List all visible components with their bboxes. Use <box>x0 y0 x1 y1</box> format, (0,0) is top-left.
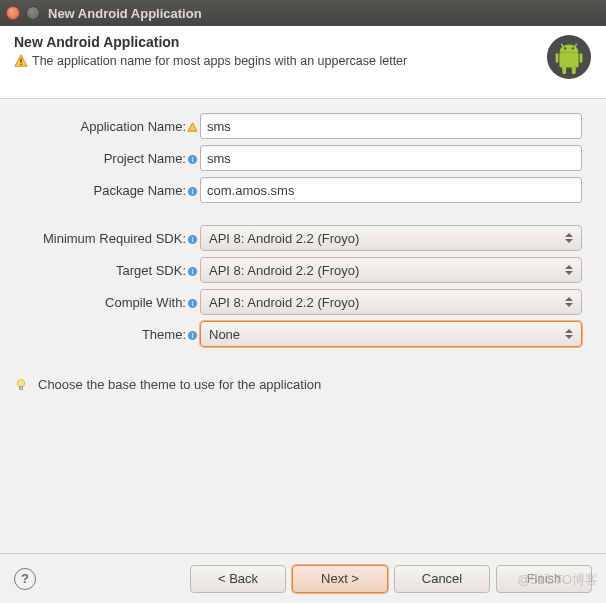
svg-point-10 <box>564 47 566 49</box>
compile-with-combo[interactable]: API 8: Android 2.2 (Froyo) <box>200 289 582 315</box>
finish-button[interactable]: Finish <box>496 565 592 593</box>
back-button[interactable]: < Back <box>190 565 286 593</box>
theme-combo[interactable]: None <box>200 321 582 347</box>
next-button[interactable]: Next > <box>292 565 388 593</box>
compile-with-label: Compile With:i <box>2 295 200 310</box>
info-icon: i <box>187 330 198 341</box>
package-name-label: Package Name:i <box>2 183 200 198</box>
chevron-updown-icon <box>563 265 575 275</box>
svg-point-11 <box>572 47 574 49</box>
theme-label: Theme:i <box>2 327 200 342</box>
warning-icon <box>187 122 198 133</box>
info-icon: i <box>187 186 198 197</box>
hint-row: Choose the base theme to use for the app… <box>14 377 592 392</box>
wizard-header: New Android Application The application … <box>0 26 606 99</box>
project-name-input[interactable] <box>200 145 582 171</box>
info-icon: i <box>187 266 198 277</box>
help-button[interactable]: ? <box>14 568 36 590</box>
svg-rect-4 <box>556 53 559 63</box>
project-name-label: Project Name:i <box>2 151 200 166</box>
header-message: The application name for most apps begin… <box>32 54 407 68</box>
svg-rect-6 <box>562 67 566 75</box>
chevron-updown-icon <box>563 233 575 243</box>
lightbulb-icon <box>14 378 28 392</box>
info-icon: i <box>187 154 198 165</box>
info-icon: i <box>187 298 198 309</box>
package-name-input[interactable] <box>200 177 582 203</box>
chevron-updown-icon <box>563 329 575 339</box>
app-name-label: Application Name: <box>2 119 200 134</box>
svg-rect-5 <box>580 53 583 63</box>
info-icon: i <box>187 234 198 245</box>
titlebar: New Android Application <box>0 0 606 26</box>
header-message-row: The application name for most apps begin… <box>14 54 546 68</box>
cancel-button[interactable]: Cancel <box>394 565 490 593</box>
window-controls <box>6 6 40 20</box>
chevron-updown-icon <box>563 297 575 307</box>
svg-point-24 <box>17 379 24 386</box>
page-title: New Android Application <box>14 34 546 50</box>
warning-icon <box>14 54 28 68</box>
svg-rect-7 <box>572 67 576 75</box>
target-sdk-combo[interactable]: API 8: Android 2.2 (Froyo) <box>200 257 582 283</box>
window-title: New Android Application <box>48 6 202 21</box>
svg-rect-0 <box>20 58 21 62</box>
minimize-icon[interactable] <box>26 6 40 20</box>
min-sdk-label: Minimum Required SDK:i <box>2 231 200 246</box>
form-area: Application Name: Project Name:i Package… <box>0 99 606 347</box>
android-icon <box>546 34 592 80</box>
min-sdk-combo[interactable]: API 8: Android 2.2 (Froyo) <box>200 225 582 251</box>
target-sdk-label: Target SDK:i <box>2 263 200 278</box>
svg-rect-1 <box>20 64 21 65</box>
close-icon[interactable] <box>6 6 20 20</box>
hint-text: Choose the base theme to use for the app… <box>38 377 321 392</box>
svg-rect-25 <box>19 386 22 389</box>
wizard-footer: ? < Back Next > Cancel Finish <box>0 553 606 603</box>
application-name-input[interactable] <box>200 113 582 139</box>
svg-rect-3 <box>559 52 578 67</box>
